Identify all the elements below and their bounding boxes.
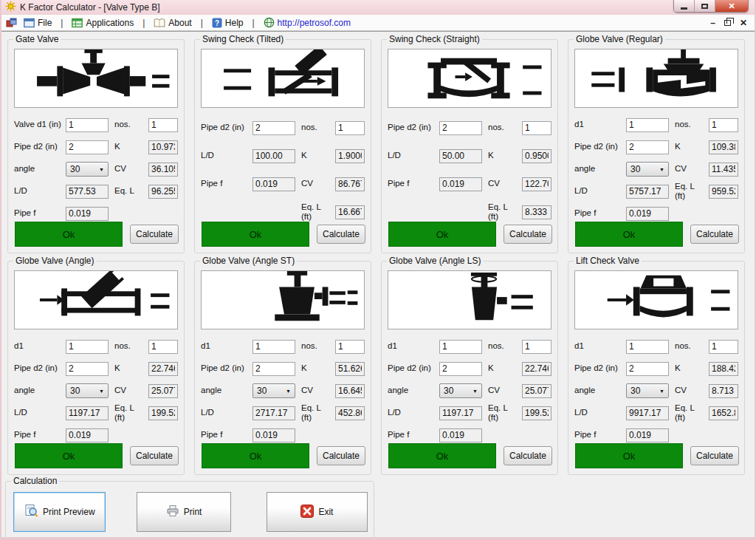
field-row: d1nos. — [199, 335, 366, 358]
calculate-button[interactable]: Calculate — [690, 225, 739, 244]
k-label: K — [673, 363, 704, 373]
minimize-button[interactable] — [674, 0, 695, 12]
mdi-minimize-button[interactable]: – — [710, 18, 715, 27]
d1-label: d1 — [14, 341, 61, 351]
d1-input[interactable] — [252, 340, 295, 354]
menubar: File | Applications | About — [1, 15, 755, 31]
field-rows: d1nos.Pipe d2 (in)Kangle30▼CVL/DEq. L (f… — [199, 334, 366, 446]
pipe-d2-in-input[interactable] — [66, 140, 109, 154]
field-row: L/DK — [386, 142, 553, 170]
field-row: angle30▼CV — [13, 380, 179, 402]
nos-input[interactable] — [335, 340, 365, 354]
field-row: angle30▼CV — [386, 380, 553, 402]
mdi-restore-button[interactable] — [724, 20, 731, 26]
menu-separator: | — [196, 18, 208, 28]
pipe-f-output — [626, 207, 669, 221]
menu-separator: | — [137, 18, 150, 28]
panel-title: Globe Valve (Angle LS) — [387, 256, 484, 266]
calculate-button[interactable]: Calculate — [317, 446, 365, 465]
pipe-d2-in-input[interactable] — [252, 362, 295, 376]
angle-select[interactable]: 30▼ — [252, 383, 295, 398]
maximize-button[interactable] — [695, 0, 715, 12]
ok-button[interactable]: Ok — [388, 222, 496, 247]
cv-label: CV — [673, 164, 704, 174]
nos-input[interactable] — [148, 340, 178, 354]
angle-select[interactable]: 30▼ — [626, 162, 669, 177]
pipe-d2-in-input[interactable] — [439, 121, 482, 135]
l-d-output — [439, 406, 482, 420]
field-row: d1nos. — [573, 114, 740, 136]
field-row: L/DEq. L (ft) — [573, 180, 740, 202]
print-preview-label: Print Preview — [43, 507, 95, 517]
ok-button[interactable]: Ok — [575, 222, 683, 247]
pipe-d2-in-input[interactable] — [66, 362, 109, 376]
field-row: d1nos. — [13, 335, 179, 358]
cv-output — [148, 384, 178, 398]
menu-about[interactable]: About — [150, 18, 195, 28]
angle-select[interactable]: 30▼ — [439, 383, 482, 398]
field-rows: d1nos.Pipe d2 (in)Kangle30▼CVL/DEq. L (f… — [386, 334, 553, 446]
ok-button[interactable]: Ok — [575, 443, 683, 468]
calculate-button[interactable]: Calculate — [690, 446, 739, 465]
ok-button[interactable]: Ok — [388, 443, 496, 468]
close-button[interactable]: ✕ — [715, 0, 748, 12]
nos-input[interactable] — [335, 121, 365, 135]
cv-label: CV — [113, 164, 144, 174]
menu-file-label: File — [38, 18, 52, 28]
calculate-button[interactable]: Calculate — [317, 225, 365, 244]
nos-input[interactable] — [522, 121, 551, 135]
k-label: K — [300, 151, 331, 160]
field-rows: Pipe d2 (in)nos.L/DKPipe fCVEq. L (ft) — [199, 112, 366, 226]
pipe-d2-in-label: Pipe d2 (in) — [574, 363, 622, 373]
nos-input[interactable] — [148, 118, 178, 132]
angle-select[interactable]: 30▼ — [66, 162, 109, 177]
d1-input[interactable] — [66, 340, 109, 354]
d1-input[interactable] — [626, 118, 669, 132]
panel-buttons: OkCalculate — [15, 443, 179, 468]
k-label: K — [487, 151, 518, 160]
panels-grid: Gate ValveValve d1 (in)nos.Pipe d2 (in)K… — [1, 32, 755, 475]
pipe-f-output — [66, 207, 109, 221]
nos-label: nos. — [300, 123, 331, 132]
ok-button[interactable]: Ok — [202, 443, 309, 468]
pipe-f-label: Pipe f — [201, 179, 248, 188]
field-row: Pipe d2 (in)K — [573, 358, 740, 380]
ok-button[interactable]: Ok — [15, 443, 123, 468]
angle-select[interactable]: 30▼ — [626, 383, 669, 398]
field-row: Pipe d2 (in)K — [199, 358, 366, 380]
nos-input[interactable] — [709, 118, 738, 132]
print-button[interactable]: Print — [137, 492, 230, 532]
calculate-button[interactable]: Calculate — [130, 225, 179, 244]
exit-button[interactable]: Exit — [267, 492, 368, 532]
field-row: Pipe d2 (in)K — [573, 136, 740, 158]
mdi-close-button[interactable]: ✕ — [740, 18, 747, 27]
print-preview-button[interactable]: Print Preview — [13, 492, 106, 532]
d1-input[interactable] — [626, 340, 669, 354]
angle-select-value: 30 — [257, 386, 267, 396]
eq-l-ft-label: Eq. L (ft) — [487, 403, 518, 423]
angle-select[interactable]: 30▼ — [66, 383, 109, 398]
menu-file[interactable]: File — [20, 18, 55, 28]
field-rows: d1nos.Pipe d2 (in)Kangle30▼CVL/DEq. L (f… — [13, 334, 179, 446]
pipe-d2-in-input[interactable] — [626, 140, 669, 154]
menu-help[interactable]: ? Help — [208, 18, 247, 28]
menu-applications[interactable]: Applications — [68, 18, 137, 28]
field-row: L/DEq. L — [13, 180, 179, 202]
pipe-f-output — [626, 428, 669, 442]
menu-website-link[interactable]: http://petrosof.com — [260, 17, 354, 28]
calculate-button[interactable]: Calculate — [130, 446, 179, 465]
calculate-button[interactable]: Calculate — [504, 446, 552, 465]
pipe-d2-in-input[interactable] — [626, 362, 669, 376]
nos-input[interactable] — [522, 340, 551, 354]
pipe-d2-in-input[interactable] — [439, 362, 482, 376]
d1-input[interactable] — [439, 340, 482, 354]
k-output — [335, 149, 365, 163]
swing-check-tilted-diagram — [201, 49, 365, 108]
valve-d1-in-input[interactable] — [66, 118, 109, 132]
panel-globe-valve-angle: Globe Valve (Angle)d1nos.Pipe d2 (in)Kan… — [7, 261, 185, 475]
ok-button[interactable]: Ok — [15, 222, 123, 247]
nos-input[interactable] — [709, 340, 738, 354]
calculate-button[interactable]: Calculate — [504, 225, 552, 244]
pipe-d2-in-input[interactable] — [252, 121, 295, 135]
ok-button[interactable]: Ok — [202, 222, 309, 247]
